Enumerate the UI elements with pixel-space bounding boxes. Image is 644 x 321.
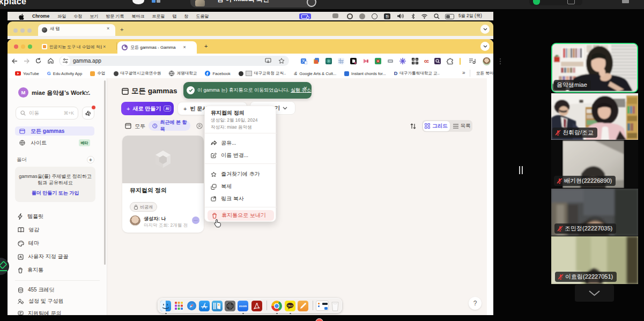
svg-text:TALK: TALK xyxy=(287,304,293,307)
svg-text:zoom: zoom xyxy=(239,304,247,308)
